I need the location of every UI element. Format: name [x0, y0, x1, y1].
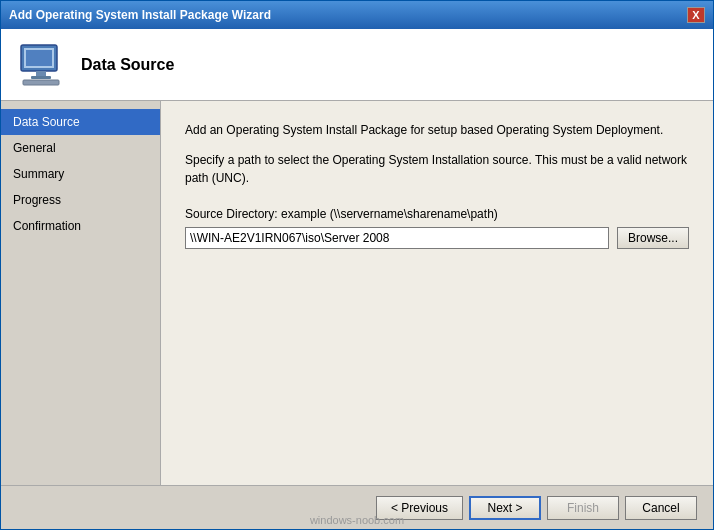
sidebar-item-general[interactable]: General — [1, 135, 160, 161]
sidebar-item-data-source[interactable]: Data Source — [1, 109, 160, 135]
svg-rect-4 — [31, 76, 51, 79]
previous-button[interactable]: < Previous — [376, 496, 463, 520]
main-content: Data Source General Summary Progress Con… — [1, 101, 713, 485]
finish-button[interactable]: Finish — [547, 496, 619, 520]
wizard-footer: < Previous Next > Finish Cancel — [1, 485, 713, 529]
sidebar-item-confirmation[interactable]: Confirmation — [1, 213, 160, 239]
computer-icon — [17, 41, 65, 89]
svg-rect-5 — [23, 80, 59, 85]
cancel-button[interactable]: Cancel — [625, 496, 697, 520]
browse-button[interactable]: Browse... — [617, 227, 689, 249]
wizard-content: Add an Operating System Install Package … — [161, 101, 713, 485]
header-title: Data Source — [81, 56, 174, 74]
source-directory-label: Source Directory: example (\\servername\… — [185, 207, 689, 221]
svg-rect-2 — [26, 50, 52, 66]
wizard-header: Data Source — [1, 29, 713, 101]
description-block: Add an Operating System Install Package … — [185, 121, 689, 187]
wizard-window: Add Operating System Install Package Wiz… — [0, 0, 714, 530]
description-text-1: Add an Operating System Install Package … — [185, 121, 689, 139]
close-button[interactable]: X — [687, 7, 705, 23]
wizard-sidebar: Data Source General Summary Progress Con… — [1, 101, 161, 485]
svg-rect-3 — [36, 71, 46, 76]
next-button[interactable]: Next > — [469, 496, 541, 520]
sidebar-item-summary[interactable]: Summary — [1, 161, 160, 187]
description-text-2: Specify a path to select the Operating S… — [185, 151, 689, 187]
window-title: Add Operating System Install Package Wiz… — [9, 8, 271, 22]
sidebar-item-progress[interactable]: Progress — [1, 187, 160, 213]
title-bar: Add Operating System Install Package Wiz… — [1, 1, 713, 29]
source-directory-row: Browse... — [185, 227, 689, 249]
source-directory-input[interactable] — [185, 227, 609, 249]
